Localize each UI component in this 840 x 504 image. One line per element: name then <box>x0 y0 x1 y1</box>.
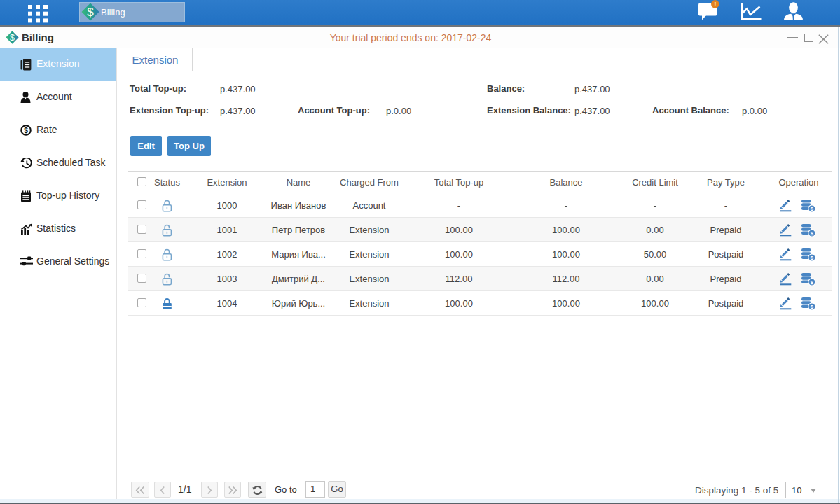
svg-text:$: $ <box>24 127 28 134</box>
svg-text:$: $ <box>87 6 94 19</box>
svg-text:!: ! <box>714 0 716 8</box>
